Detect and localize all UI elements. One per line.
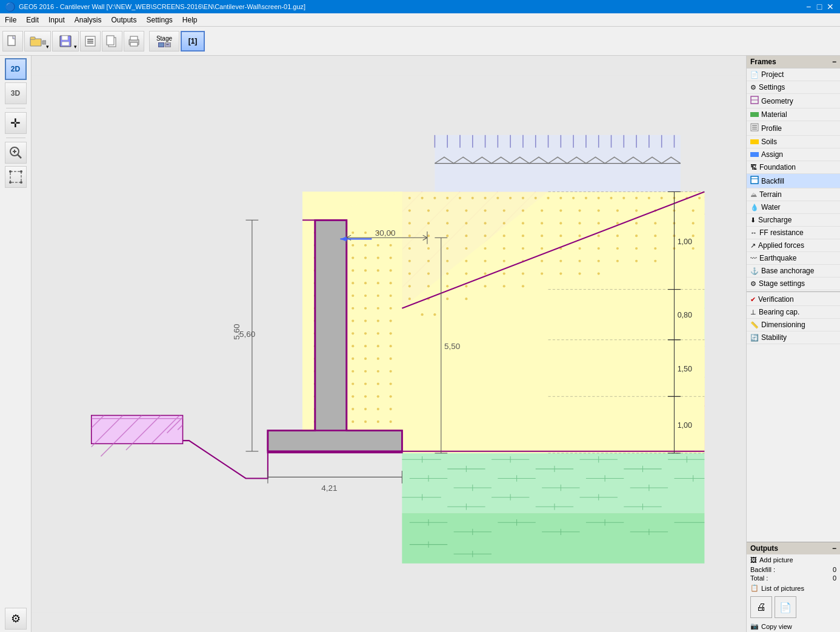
ff-resistance-icon: ↔ — [750, 229, 757, 236]
svg-point-230 — [622, 197, 625, 199]
zoom-tool-button[interactable] — [5, 142, 27, 164]
edit-button[interactable] — [80, 31, 101, 52]
menu-outputs[interactable]: Outputs — [106, 15, 141, 25]
svg-point-303 — [446, 260, 448, 262]
maximize-button[interactable]: □ — [815, 2, 824, 12]
frame-label: Dimensioning — [761, 321, 805, 329]
frame-verification[interactable]: ✔ Verification — [747, 293, 840, 306]
frames-list: 📄 Project ⚙ Settings Geometry Material — [747, 68, 840, 542]
frame-stage-settings[interactable]: ⚙ Stage settings — [747, 278, 840, 290]
svg-point-285 — [408, 247, 411, 250]
total-value: 0 — [833, 574, 836, 582]
frame-dimensioning[interactable]: 📏 Dimensioning — [747, 319, 840, 331]
frame-terrain[interactable]: ⛰ Terrain — [747, 188, 840, 201]
svg-point-401 — [390, 358, 392, 360]
svg-point-218 — [472, 197, 474, 199]
pdf-output-button[interactable]: 📄 — [775, 596, 796, 618]
frame-project[interactable]: 📄 Project — [747, 68, 840, 81]
copy-button[interactable] — [102, 31, 122, 52]
frame-stability[interactable]: 🔄 Stability — [747, 331, 840, 344]
svg-point-212 — [390, 244, 392, 247]
print-output-button[interactable]: 🖨 — [750, 596, 772, 618]
svg-point-331 — [503, 285, 505, 287]
geometry-icon — [750, 96, 759, 106]
frame-earthquake[interactable]: 〰 Earthquake — [747, 252, 840, 265]
svg-point-229 — [610, 197, 612, 199]
move-tool-button[interactable]: ✛ — [5, 112, 27, 134]
svg-point-264 — [616, 222, 619, 224]
frame-geometry[interactable]: Geometry — [747, 94, 840, 108]
frame-soils[interactable]: Soils — [747, 136, 840, 148]
menu-help[interactable]: Help — [178, 15, 202, 25]
frame-settings[interactable]: ⚙ Settings — [747, 81, 840, 94]
svg-point-215 — [433, 197, 436, 199]
svg-point-384 — [352, 332, 354, 334]
close-button[interactable]: ✕ — [825, 2, 835, 12]
svg-point-398 — [352, 358, 354, 360]
frame-assign[interactable]: Assign — [747, 148, 840, 161]
minimize-button[interactable]: − — [804, 2, 813, 12]
open-button[interactable]: ▾ — [24, 31, 51, 52]
svg-rect-5 — [62, 36, 68, 40]
frame-profile[interactable]: Profile — [747, 121, 840, 136]
add-picture-row[interactable]: 🖼 Add picture — [747, 554, 840, 565]
dimensioning-icon: 📏 — [750, 321, 759, 329]
svg-point-289 — [484, 247, 486, 250]
outputs-header[interactable]: Outputs − — [747, 542, 840, 554]
svg-point-277 — [559, 235, 562, 237]
project-icon: 📄 — [750, 71, 759, 79]
svg-point-23 — [9, 181, 12, 184]
frame-backfill[interactable]: Backfill — [747, 174, 840, 188]
copy-view-row[interactable]: 📷 Copy view — [747, 620, 840, 632]
svg-point-359 — [390, 282, 392, 284]
menu-file[interactable]: File — [0, 15, 21, 25]
new-button[interactable] — [2, 31, 23, 52]
frame-foundation[interactable]: 🏗 Foundation — [747, 161, 840, 174]
frame-applied-forces[interactable]: ↗ Applied forces — [747, 239, 840, 252]
svg-point-394 — [390, 345, 392, 347]
frame-water[interactable]: 💧 Water — [747, 201, 840, 214]
svg-point-308 — [541, 260, 543, 262]
frame-label: FF resistance — [759, 228, 804, 237]
svg-point-380 — [390, 319, 392, 322]
svg-point-262 — [578, 222, 581, 224]
stage-num-button[interactable]: [1] — [181, 31, 205, 52]
frames-collapse[interactable]: − — [832, 58, 836, 66]
frame-bearing-cap[interactable]: ⊥ Bearing cap. — [747, 306, 840, 319]
save-button[interactable]: ▾ — [52, 31, 79, 52]
profile-icon — [750, 123, 759, 133]
svg-point-275 — [522, 235, 524, 237]
svg-point-304 — [465, 260, 467, 262]
frame-label: Terrain — [759, 190, 782, 199]
list-pictures-row[interactable]: 📋 List of pictures — [747, 582, 840, 594]
view-2d-button[interactable]: 2D — [5, 58, 27, 80]
frame-surcharge[interactable]: ⬇ Surcharge — [747, 214, 840, 227]
svg-point-325 — [598, 272, 600, 274]
svg-point-203 — [364, 231, 367, 234]
print-button[interactable] — [124, 31, 144, 52]
menu-settings[interactable]: Settings — [141, 15, 177, 25]
stage-selector[interactable]: Stage − — [149, 31, 179, 52]
svg-point-232 — [648, 197, 650, 199]
menu-edit[interactable]: Edit — [21, 15, 44, 25]
frame-ff-resistance[interactable]: ↔ FF resistance — [747, 227, 840, 239]
select-tool-button[interactable] — [5, 166, 27, 188]
svg-point-326 — [408, 285, 411, 287]
svg-point-305 — [484, 260, 486, 262]
svg-point-428 — [377, 408, 379, 410]
frame-material[interactable]: Material — [747, 108, 840, 121]
svg-point-242 — [503, 210, 505, 212]
svg-point-291 — [522, 247, 524, 250]
svg-point-214 — [421, 197, 424, 199]
gear-tool-button[interactable]: ⚙ — [5, 608, 27, 630]
titlebar-controls[interactable]: − □ ✕ — [804, 2, 835, 12]
outputs-collapse[interactable]: − — [832, 544, 836, 553]
svg-point-434 — [364, 421, 367, 423]
svg-point-266 — [654, 222, 656, 224]
water-icon: 💧 — [750, 204, 759, 211]
menu-input[interactable]: Input — [44, 15, 70, 25]
menu-analysis[interactable]: Analysis — [70, 15, 107, 25]
svg-point-287 — [446, 247, 448, 250]
frame-base-anchorage[interactable]: ⚓ Base anchorage — [747, 265, 840, 278]
view-3d-button[interactable]: 3D — [5, 82, 27, 104]
